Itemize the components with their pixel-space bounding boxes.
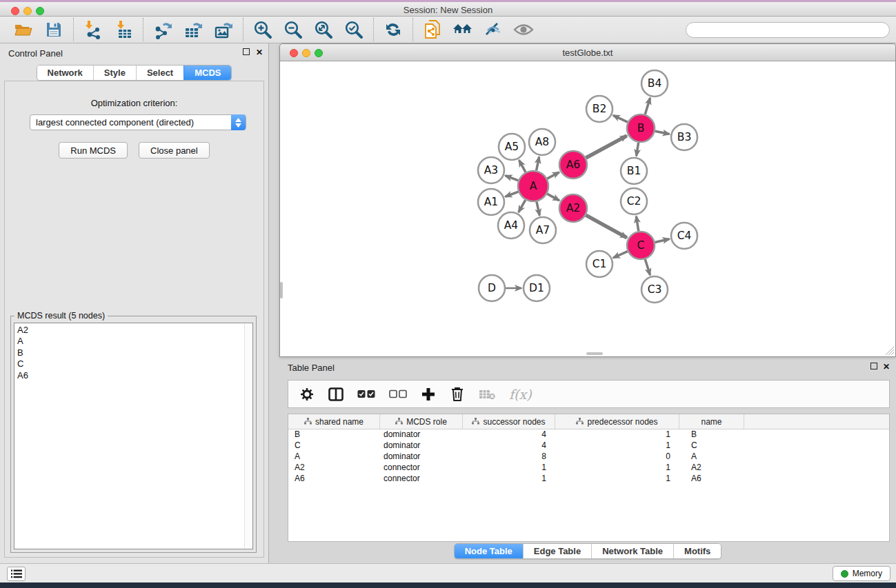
node-D[interactable]: D — [479, 275, 505, 301]
memory-button[interactable]: Memory — [833, 566, 890, 581]
column-header-successor-nodes[interactable]: successor nodes — [463, 414, 555, 429]
result-scrollbar[interactable] — [244, 324, 252, 548]
edge-A-A8[interactable] — [537, 157, 539, 171]
node-table[interactable]: shared nameMCDS rolesuccessor nodesprede… — [288, 414, 890, 542]
open-folder-icon[interactable] — [13, 19, 34, 40]
search-input[interactable] — [686, 22, 890, 38]
node-C[interactable]: C — [627, 232, 655, 259]
criterion-dropdown[interactable]: largest connected component (directed) — [30, 114, 246, 130]
edge-A-A6[interactable] — [547, 172, 559, 179]
table-cell[interactable]: 1 — [555, 429, 679, 440]
table-cell[interactable]: 8 — [463, 452, 555, 463]
tab-network-table[interactable]: Network Table — [591, 544, 673, 558]
node-A7[interactable]: A7 — [530, 217, 556, 243]
table-cell[interactable]: 0 — [555, 452, 679, 463]
import-table-icon[interactable] — [113, 19, 134, 40]
column-header-predecessor-nodes[interactable]: predecessor nodes — [555, 414, 679, 429]
node-C1[interactable]: C1 — [586, 251, 613, 277]
table-row[interactable]: Bdominator41B — [288, 429, 889, 440]
table-cell[interactable]: dominator — [380, 429, 463, 440]
node-A[interactable]: A — [518, 171, 548, 201]
table-close-icon[interactable]: ✕ — [883, 362, 890, 372]
tab-edge-table[interactable]: Edge Table — [523, 544, 591, 558]
mcds-result-item[interactable]: B — [17, 347, 252, 358]
hide-details-icon[interactable] — [483, 19, 504, 40]
network-vscrollbar[interactable] — [280, 282, 283, 298]
function-icon[interactable]: f(x) — [509, 385, 532, 403]
float-panel-icon[interactable] — [243, 48, 250, 57]
edge-C-C4[interactable] — [655, 239, 669, 243]
edge-A-A2[interactable] — [547, 194, 559, 201]
table-cell[interactable]: 1 — [463, 463, 555, 474]
edge-B-B2[interactable] — [613, 115, 628, 122]
table-row[interactable]: A2connector11A2 — [288, 463, 889, 474]
homes-icon[interactable] — [452, 19, 473, 40]
export-table-icon[interactable] — [183, 19, 203, 40]
gear-icon[interactable] — [299, 385, 315, 403]
edge-A-A7[interactable] — [537, 201, 539, 215]
node-table-header[interactable]: shared nameMCDS rolesuccessor nodesprede… — [288, 414, 889, 429]
table-cell[interactable]: A6 — [679, 474, 744, 485]
node-A8[interactable]: A8 — [529, 129, 555, 155]
node-A5[interactable]: A5 — [499, 134, 525, 160]
edge-A2-C[interactable] — [586, 215, 626, 238]
mcds-result-item[interactable]: A — [17, 336, 252, 347]
node-B[interactable]: B — [627, 114, 655, 142]
run-mcds-button[interactable]: Run MCDS — [59, 142, 128, 159]
tab-motifs[interactable]: Motifs — [673, 544, 721, 558]
task-history-icon[interactable] — [7, 567, 26, 581]
network-canvas[interactable]: AA1A2A3A4A5A6A7A8BB1B2B3B4CC1C2C3C4DD1 — [281, 61, 895, 356]
zoom-out-icon[interactable] — [283, 19, 303, 40]
column-header-shared-name[interactable]: shared name — [288, 414, 380, 429]
node-A3[interactable]: A3 — [478, 157, 504, 183]
close-panel-button[interactable]: Close panel — [139, 142, 210, 159]
node-A2[interactable]: A2 — [559, 194, 587, 222]
node-B4[interactable]: B4 — [641, 70, 668, 97]
node-B2[interactable]: B2 — [586, 96, 613, 122]
network-window-titlebar[interactable]: testGlobe.txt — [280, 44, 895, 61]
table-row[interactable]: A6connector11A6 — [288, 474, 889, 485]
import-network-icon[interactable] — [83, 19, 103, 40]
edge-A6-B[interactable] — [586, 136, 626, 158]
table-cell[interactable]: A2 — [288, 463, 380, 474]
table-cell[interactable]: 1 — [463, 474, 555, 485]
mcds-result-list[interactable]: A2ABCA6 — [14, 323, 253, 549]
edge-B-B3[interactable] — [655, 131, 670, 134]
add-icon[interactable] — [421, 385, 436, 403]
node-C2[interactable]: C2 — [621, 188, 647, 214]
table-cell[interactable]: C — [679, 440, 744, 452]
edge-C-C1[interactable] — [613, 252, 628, 258]
table-cell[interactable]: connector — [380, 474, 463, 485]
node-D1[interactable]: D1 — [524, 275, 550, 301]
tab-node-table[interactable]: Node Table — [455, 544, 523, 558]
node-C4[interactable]: C4 — [671, 223, 697, 249]
table-cell[interactable]: B — [288, 429, 380, 440]
node-A4[interactable]: A4 — [498, 212, 524, 239]
table-cell[interactable]: 1 — [555, 440, 679, 452]
delete-table-icon[interactable] — [479, 385, 495, 403]
table-cell[interactable]: 1 — [555, 463, 679, 474]
edge-A-A5[interactable] — [519, 160, 526, 172]
mcds-result-item[interactable]: C — [17, 358, 252, 369]
close-panel-icon[interactable]: ✕ — [256, 48, 263, 57]
table-cell[interactable]: 4 — [463, 429, 555, 440]
mcds-result-item[interactable]: A2 — [17, 325, 252, 336]
table-cell[interactable]: A — [288, 452, 380, 463]
zoom-selected-icon[interactable] — [344, 19, 364, 40]
node-C3[interactable]: C3 — [641, 276, 668, 303]
table-cell[interactable]: connector — [380, 463, 463, 474]
mcds-result-item[interactable]: A6 — [17, 370, 252, 381]
zoom-fit-icon[interactable] — [313, 19, 334, 40]
edge-B-B1[interactable] — [637, 143, 639, 156]
node-A6[interactable]: A6 — [559, 151, 587, 179]
columns-icon[interactable] — [328, 385, 344, 403]
export-image-icon[interactable] — [213, 19, 234, 40]
tab-style[interactable]: Style — [93, 65, 136, 80]
resize-grip-icon[interactable] — [886, 347, 894, 355]
network-hscrollbar[interactable] — [586, 352, 603, 355]
table-cell[interactable]: A2 — [679, 463, 744, 474]
edge-C-C2[interactable] — [636, 216, 638, 232]
unchecked-boxes-icon[interactable] — [389, 385, 407, 403]
edge-A-A4[interactable] — [519, 200, 526, 212]
table-row[interactable]: Cdominator41C — [288, 440, 889, 452]
